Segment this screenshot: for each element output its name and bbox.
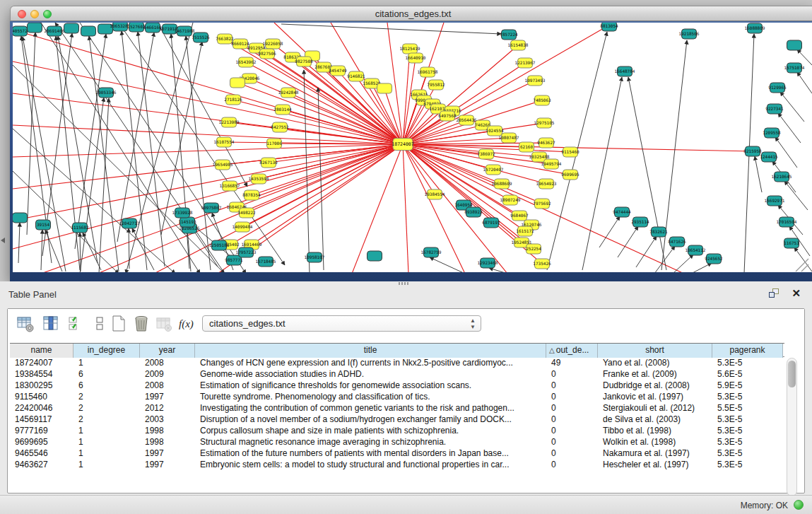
network-node[interactable]: 19384554 — [425, 189, 445, 199]
network-edge[interactable] — [55, 23, 225, 272]
table-row[interactable]: 1872400712008Changes of HCN gene express… — [10, 357, 784, 368]
select-all-icon[interactable] — [67, 315, 86, 333]
network-edge[interactable] — [281, 24, 501, 34]
network-node[interactable]: 19654985 — [213, 160, 233, 170]
network-node[interactable]: 252254 — [526, 244, 541, 254]
network-edge[interactable] — [138, 32, 165, 267]
network-edge[interactable] — [775, 137, 797, 168]
network-edge[interactable] — [117, 33, 154, 242]
network-node[interactable]: 16107554 — [214, 137, 235, 147]
network-node[interactable]: 8813054 — [600, 23, 618, 31]
network-node[interactable]: 15718485 — [256, 257, 276, 267]
network-node[interactable]: 3498222 — [237, 208, 256, 218]
network-edge[interactable] — [171, 34, 191, 271]
network-node[interactable]: 8267130 — [259, 158, 278, 168]
network-node[interactable]: 18125419 — [400, 44, 420, 54]
network-node[interactable]: 14099484 — [233, 222, 253, 232]
network-node[interactable]: 17339928 — [172, 208, 193, 218]
network-node[interactable]: 19495794 — [541, 159, 562, 169]
network-node[interactable]: 16088809 — [745, 23, 765, 33]
network-node[interactable]: 1209558 — [763, 128, 781, 138]
network-node[interactable]: 20564436 — [457, 115, 477, 125]
network-node[interactable]: 7857224 — [500, 30, 518, 40]
network-node[interactable]: 17957223 — [236, 247, 257, 257]
delete-icon[interactable] — [132, 315, 151, 333]
network-node[interactable]: 9245652 — [705, 254, 723, 264]
network-node[interactable] — [787, 40, 802, 50]
network-node[interactable]: 1615172 — [516, 226, 534, 236]
table-row[interactable]: 1456911722003Disruption of a novel membe… — [10, 414, 784, 425]
network-node[interactable]: 9463627 — [537, 138, 555, 148]
network-node[interactable]: 8427552 — [271, 122, 289, 132]
network-edge[interactable] — [318, 88, 324, 270]
network-node[interactable] — [367, 251, 382, 261]
network-node[interactable]: 62160 — [519, 142, 534, 152]
network-node[interactable]: 8215958 — [743, 146, 762, 156]
network-edge[interactable] — [246, 62, 403, 144]
network-node[interactable]: 6879197 — [482, 218, 500, 228]
network-edge[interactable] — [801, 264, 808, 271]
network-node[interactable]: 9699695 — [561, 170, 579, 180]
network-node[interactable]: 13166857 — [220, 181, 240, 191]
network-edge[interactable] — [778, 113, 801, 143]
network-edge[interactable] — [247, 144, 403, 213]
network-node[interactable]: 116753 — [784, 238, 799, 248]
network-node[interactable]: 15751074 — [784, 63, 805, 73]
network-edge[interactable] — [755, 156, 762, 192]
network-node[interactable]: 16154838 — [508, 40, 529, 50]
network-node[interactable]: 1735426 — [533, 259, 551, 269]
column-visibility-icon[interactable] — [42, 315, 60, 333]
network-node[interactable]: 14353594 — [249, 174, 269, 184]
network-node[interactable]: 10688609 — [492, 179, 512, 189]
close-panel-icon[interactable]: ✕ — [792, 287, 801, 300]
network-node[interactable]: 18907249 — [500, 195, 521, 205]
network-edge[interactable] — [122, 31, 147, 270]
network-node[interactable]: 19218506 — [679, 29, 700, 39]
network-node[interactable] — [28, 23, 42, 33]
window-titlebar[interactable]: citations_edges.txt — [10, 6, 812, 21]
network-node[interactable]: 19242848 — [278, 88, 299, 98]
network-node[interactable] — [81, 26, 96, 36]
network-node[interactable]: 10807487 — [499, 133, 519, 143]
network-node[interactable]: 12042717 — [119, 218, 140, 228]
table-settings-icon[interactable] — [16, 315, 35, 333]
network-edge[interactable] — [80, 233, 81, 271]
scrollbar-thumb[interactable] — [788, 361, 796, 387]
network-node[interactable]: 19654923 — [536, 179, 557, 189]
network-node[interactable]: 15720407 — [483, 165, 504, 175]
network-node[interactable]: 1145193 — [178, 217, 196, 227]
network-node[interactable]: 10958107 — [305, 252, 325, 262]
table-select-dropdown[interactable]: citations_edges.txt ▲▼ — [202, 315, 481, 332]
network-node[interactable]: 90975867 — [201, 203, 222, 213]
network-node[interactable]: 12505185 — [209, 240, 230, 250]
network-node[interactable]: 9227341 — [765, 104, 784, 114]
network-node[interactable]: 8471626 — [668, 237, 686, 247]
network-node[interactable]: 7386972 — [477, 149, 495, 159]
column-header-year[interactable]: year — [140, 344, 195, 358]
network-node[interactable]: 8938923 — [464, 207, 483, 217]
network-node[interactable]: 10973493 — [525, 76, 546, 86]
network-edge[interactable] — [796, 259, 808, 271]
network-node[interactable]: 16961758 — [418, 67, 438, 77]
network-node[interactable]: 20691406 — [45, 26, 65, 36]
network-edge[interactable] — [161, 42, 202, 235]
network-node[interactable]: 15692971 — [765, 196, 785, 206]
network-node[interactable]: 12213989 — [219, 117, 240, 127]
network-node[interactable]: 2803144 — [273, 105, 292, 115]
network-node[interactable]: 7955812 — [427, 80, 445, 90]
network-node[interactable]: 2718126 — [224, 95, 242, 105]
memory-status-icon[interactable] — [794, 500, 804, 510]
network-node[interactable]: 16782759 — [421, 247, 442, 257]
column-header-title[interactable]: title — [195, 344, 546, 358]
network-edge[interactable] — [13, 125, 403, 144]
network-edge[interactable] — [636, 236, 657, 267]
network-edge[interactable] — [691, 263, 712, 272]
network-node[interactable]: 8878354 — [242, 190, 261, 200]
network-node[interactable]: 16543962 — [236, 57, 257, 67]
network-node[interactable] — [377, 83, 392, 93]
network-node[interactable]: 16648784 — [615, 66, 635, 76]
network-node[interactable]: 10654112 — [686, 245, 706, 255]
network-node[interactable]: 12923468 — [478, 258, 498, 268]
network-node[interactable]: 8660124 — [231, 39, 249, 49]
network-edge[interactable] — [403, 144, 408, 272]
